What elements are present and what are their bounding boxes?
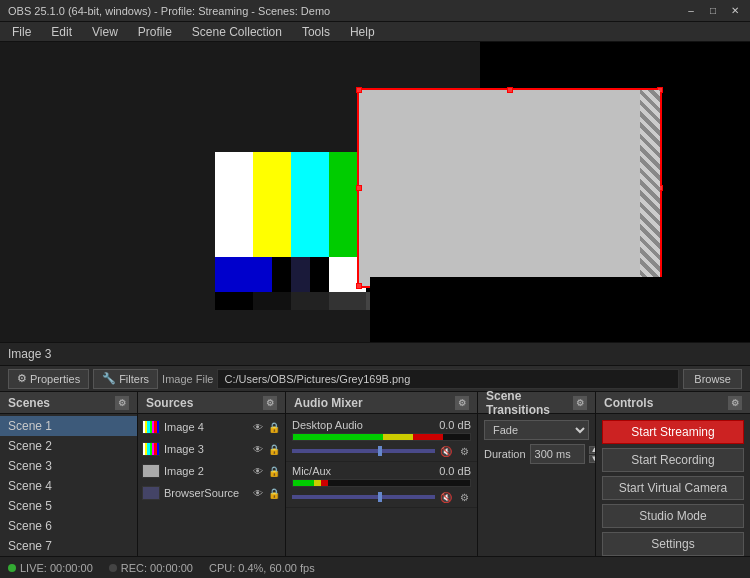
menu-profile[interactable]: Profile [130, 22, 180, 42]
mic-audio-label: Mic/Aux [292, 465, 331, 477]
audio-header-icons: ⚙ [455, 396, 469, 410]
source-item-3[interactable]: Image 2👁🔒 [138, 460, 285, 482]
handle-bl[interactable] [356, 283, 362, 289]
mic-audio-controls: 🔇 ⚙ [292, 490, 471, 504]
preview-label: Image 3 [8, 347, 51, 361]
menu-scene-collection[interactable]: Scene Collection [184, 22, 290, 42]
rec-status: REC: 00:00:00 [109, 562, 193, 574]
desktop-audio-fill [293, 434, 443, 440]
window-controls: – □ ✕ [684, 4, 742, 18]
handle-tr[interactable] [657, 87, 663, 93]
source-visibility-4[interactable]: 👁 [251, 486, 265, 500]
control-start-virtual-camera[interactable]: Start Virtual Camera [602, 476, 744, 500]
image-path: C:/Users/OBS/Pictures/Grey169B.png [217, 369, 679, 389]
handle-mr[interactable] [657, 185, 663, 191]
scene-item-7[interactable]: Scene 7 [0, 536, 137, 556]
scenes-config-icon[interactable]: ⚙ [115, 396, 129, 410]
handle-ml[interactable] [356, 185, 362, 191]
properties-bar: ⚙ Properties 🔧 Filters Image File C:/Use… [0, 366, 750, 392]
window-title: OBS 25.1.0 (64-bit, windows) - Profile: … [8, 5, 684, 17]
mic-mute-button[interactable]: 🔇 [439, 490, 453, 504]
scene-item-2[interactable]: Scene 2 [0, 436, 137, 456]
bottom-bar-3 [291, 257, 310, 292]
mic-settings-button[interactable]: ⚙ [457, 490, 471, 504]
title-bar: OBS 25.1.0 (64-bit, windows) - Profile: … [0, 0, 750, 22]
control-studio-mode[interactable]: Studio Mode [602, 504, 744, 528]
duration-label: Duration [484, 448, 526, 460]
menu-view[interactable]: View [84, 22, 126, 42]
browse-button[interactable]: Browse [683, 369, 742, 389]
desktop-mute-button[interactable]: 🔇 [439, 444, 453, 458]
source-lock-3[interactable]: 🔒 [267, 464, 281, 478]
bottom-bar-1 [215, 257, 272, 292]
duration-spinners: ▲ ▼ [589, 446, 595, 463]
control-start-streaming[interactable]: Start Streaming [602, 420, 744, 444]
source-lock-1[interactable]: 🔒 [267, 420, 281, 434]
controls-panel-header: Controls ⚙ [596, 392, 750, 414]
transition-type-select[interactable]: Fade Cut Swipe Slide [484, 420, 589, 440]
controls-panel: Controls ⚙ Start StreamingStart Recordin… [596, 392, 750, 578]
menu-file[interactable]: File [4, 22, 39, 42]
handle-tc[interactable] [507, 87, 513, 93]
menu-bar: File Edit View Profile Scene Collection … [0, 22, 750, 42]
desktop-settings-button[interactable]: ⚙ [457, 444, 471, 458]
close-button[interactable]: ✕ [728, 4, 742, 18]
transitions-config-icon[interactable]: ⚙ [573, 396, 587, 410]
source-thumb-3 [142, 464, 160, 478]
desktop-audio-meter [292, 433, 471, 441]
preview-label-bar: Image 3 [0, 342, 750, 366]
bar-white [215, 152, 253, 257]
duration-up-button[interactable]: ▲ [589, 446, 595, 454]
source-name-3: Image 2 [164, 465, 204, 477]
source-visibility-2[interactable]: 👁 [251, 442, 265, 456]
maximize-button[interactable]: □ [706, 4, 720, 18]
audio-mixer-panel: Audio Mixer ⚙ Desktop Audio 0.0 dB 🔇 [286, 392, 478, 578]
duration-input[interactable] [530, 444, 585, 464]
properties-button[interactable]: ⚙ Properties [8, 369, 89, 389]
minimize-button[interactable]: – [684, 4, 698, 18]
mic-audio-meter [292, 479, 471, 487]
source-visibility-3[interactable]: 👁 [251, 464, 265, 478]
source-thumb-2 [142, 442, 160, 456]
scene-item-4[interactable]: Scene 4 [0, 476, 137, 496]
source-item-1[interactable]: Image 4👁🔒 [138, 416, 285, 438]
scene-item-3[interactable]: Scene 3 [0, 456, 137, 476]
menu-help[interactable]: Help [342, 22, 383, 42]
mic-audio-fill [293, 480, 328, 486]
menu-tools[interactable]: Tools [294, 22, 338, 42]
bar-yellow [253, 152, 291, 257]
desktop-volume-slider[interactable] [292, 449, 435, 453]
mic-volume-slider[interactable] [292, 495, 435, 499]
desktop-slider-thumb [378, 446, 382, 456]
duration-down-button[interactable]: ▼ [589, 455, 595, 463]
control-start-recording[interactable]: Start Recording [602, 448, 744, 472]
source-lock-2[interactable]: 🔒 [267, 442, 281, 456]
handle-tl[interactable] [356, 87, 362, 93]
audio-config-icon[interactable]: ⚙ [455, 396, 469, 410]
scene-item-1[interactable]: Scene 1 [0, 416, 137, 436]
transitions-header-icons: ⚙ [573, 396, 587, 410]
scenes-header-icons: ⚙ [115, 396, 129, 410]
source-item-4[interactable]: BrowserSource👁🔒 [138, 482, 285, 504]
cpu-label: CPU: 0.4%, 60.00 fps [209, 562, 315, 574]
controls-content: Start StreamingStart RecordingStart Virt… [596, 414, 750, 578]
filters-button[interactable]: 🔧 Filters [93, 369, 158, 389]
image-file-label: Image File [162, 373, 213, 385]
audio-track-mic: Mic/Aux 0.0 dB 🔇 ⚙ [286, 462, 477, 508]
menu-edit[interactable]: Edit [43, 22, 80, 42]
source-visibility-1[interactable]: 👁 [251, 420, 265, 434]
sources-config-icon[interactable]: ⚙ [263, 396, 277, 410]
source-name-2: Image 3 [164, 443, 204, 455]
source-lock-4[interactable]: 🔒 [267, 486, 281, 500]
control-settings[interactable]: Settings [602, 532, 744, 556]
scene-item-6[interactable]: Scene 6 [0, 516, 137, 536]
source-item-2[interactable]: Image 3👁🔒 [138, 438, 285, 460]
sources-label: Sources [146, 396, 193, 410]
transitions-panel: Scene Transitions ⚙ Fade Cut Swipe Slide… [478, 392, 596, 578]
mic-audio-db: 0.0 dB [439, 465, 471, 477]
scene-item-5[interactable]: Scene 5 [0, 496, 137, 516]
source-name-1: Image 4 [164, 421, 204, 433]
controls-config-icon[interactable]: ⚙ [728, 396, 742, 410]
grey-image-overlay [357, 88, 662, 288]
live-status: LIVE: 00:00:00 [8, 562, 93, 574]
